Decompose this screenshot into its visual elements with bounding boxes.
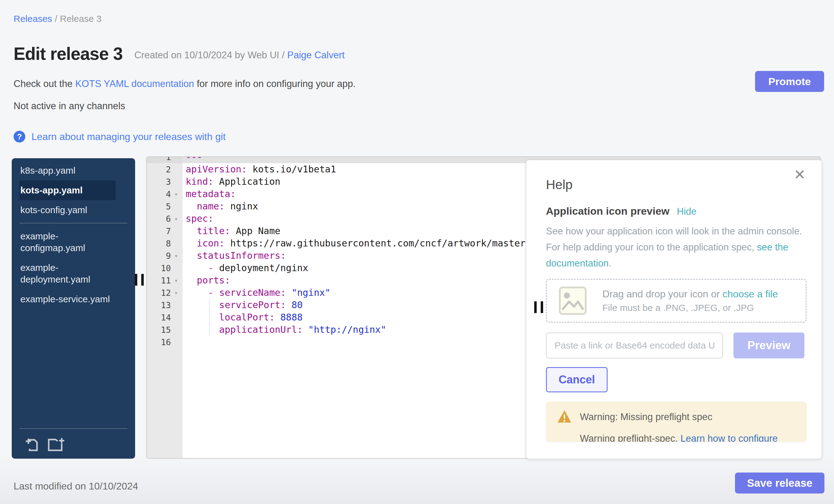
created-text: Created on 10/10/2024 by Web UI / Paige … <box>134 50 345 64</box>
help-panel-title: Help <box>546 177 805 192</box>
cancel-button[interactable]: Cancel <box>546 367 608 392</box>
help-panel: ✕ Help Application icon preview Hide See… <box>526 160 822 459</box>
warning-detail: Warning preflight-spec. Learn how to con… <box>580 433 807 442</box>
fold-arrow-icon[interactable]: ▾ <box>171 252 181 259</box>
sidebar-resize-handle[interactable] <box>135 274 144 286</box>
sidebar-bottom-divider <box>19 429 127 429</box>
choose-file-link[interactable]: choose a file <box>723 288 778 300</box>
sidebar-file-kots-config-yaml[interactable]: kots-config.yaml <box>19 200 116 220</box>
sidebar-file-k8s-app-yaml[interactable]: k8s-app.yaml <box>19 161 116 180</box>
created-author-link[interactable]: Paige Calvert <box>287 50 345 61</box>
gutter-line-2: 2 <box>147 163 182 176</box>
icon-preview-description: See how your application icon will look … <box>546 223 805 271</box>
sidebar-file-example-service-yaml[interactable]: example-service.yaml <box>19 289 116 309</box>
add-file-icon <box>25 448 40 453</box>
add-folder-button[interactable] <box>47 437 65 453</box>
image-placeholder-icon <box>558 286 587 315</box>
promote-button[interactable]: Promote <box>755 71 824 92</box>
gutter-line-13: 13 <box>147 299 182 311</box>
hide-link[interactable]: Hide <box>677 206 697 217</box>
gutter-line-11: 11▾ <box>147 274 182 287</box>
warning-title: Warning: Missing preflight spec <box>580 412 712 422</box>
title-row: Edit release 3 Created on 10/10/2024 by … <box>14 44 345 64</box>
learn-configure-link[interactable]: Learn how to configure <box>680 433 777 442</box>
preview-button[interactable]: Preview <box>733 332 805 358</box>
gutter-line-8: 8 <box>147 237 182 249</box>
file-sidebar: k8s-app.yamlkots-app.yamlkots-config.yam… <box>12 158 135 459</box>
gutter-line-7: 7 <box>147 225 182 237</box>
close-icon[interactable]: ✕ <box>794 168 806 182</box>
file-list-bottom: example-configmap.yamlexample-deployment… <box>12 226 135 309</box>
question-circle-icon: ? <box>14 131 25 143</box>
add-file-button[interactable] <box>25 437 40 453</box>
icon-preview-heading: Application icon preview <box>546 205 670 217</box>
gutter-line-12: 12▾ <box>147 287 182 299</box>
gutter-line-15: 15 <box>147 324 182 336</box>
page-title: Edit release 3 <box>14 44 123 64</box>
file-requirements: File must be a .PNG, .JPEG, or .JPG <box>602 303 778 313</box>
sidebar-file-example-configmap-yaml[interactable]: example-configmap.yaml <box>19 226 116 258</box>
sidebar-divider <box>19 223 127 223</box>
fold-arrow-icon[interactable]: ▾ <box>171 215 181 222</box>
git-help-row[interactable]: ? Learn about managing your releases wit… <box>14 131 226 143</box>
breadcrumb: Releases / Release 3 <box>14 14 102 24</box>
gutter-line-9: 9▾ <box>147 249 182 262</box>
breadcrumb-separator: / <box>52 14 60 24</box>
sidebar-bottom <box>12 425 135 459</box>
editor-gutter: 1234▾56▾789▾1011▾12▾13141516 <box>147 157 182 458</box>
created-prefix: Created on 10/10/2024 by Web UI / <box>134 50 287 61</box>
gutter-line-5: 5 <box>147 200 182 213</box>
breadcrumb-current: Release 3 <box>60 14 102 24</box>
save-release-button[interactable]: Save release <box>735 473 825 494</box>
breadcrumb-releases-link[interactable]: Releases <box>14 14 52 24</box>
add-folder-icon <box>47 448 65 453</box>
kots-docs-link[interactable]: KOTS YAML documentation <box>75 78 194 89</box>
gutter-line-10: 10 <box>147 262 182 274</box>
fold-arrow-icon[interactable]: ▾ <box>171 277 181 284</box>
gutter-line-14: 14 <box>147 311 182 324</box>
preflight-warning: Warning: Missing preflight spec Warning … <box>546 401 807 442</box>
channel-status: Not active in any channels <box>14 101 125 112</box>
gutter-line-4: 4▾ <box>147 188 182 200</box>
last-modified-text: Last modified on 10/10/2024 <box>14 481 138 492</box>
sidebar-file-example-deployment-yaml[interactable]: example-deployment.yaml <box>19 258 116 289</box>
icon-url-input[interactable] <box>546 332 723 358</box>
git-releases-link[interactable]: Learn about managing your releases with … <box>31 131 226 143</box>
fold-arrow-icon[interactable]: ▾ <box>171 191 181 197</box>
gutter-line-1: 1 <box>147 157 182 163</box>
warning-triangle-icon <box>557 410 572 424</box>
icon-dropzone[interactable]: Drag and drop your icon or choose a file… <box>546 279 807 323</box>
file-list-top: k8s-app.yamlkots-app.yamlkots-config.yam… <box>12 161 135 220</box>
help-panel-resize-handle[interactable] <box>534 301 543 313</box>
gutter-line-16: 16 <box>147 336 182 348</box>
gutter-line-6: 6▾ <box>147 213 182 225</box>
docs-pre: Check out the <box>14 78 75 89</box>
docs-line: Check out the KOTS YAML documentation fo… <box>14 78 356 89</box>
fold-arrow-icon[interactable]: ▾ <box>171 289 181 296</box>
dropzone-label: Drag and drop your icon or choose a file <box>602 288 778 300</box>
sidebar-file-kots-app-yaml[interactable]: kots-app.yaml <box>19 180 116 200</box>
gutter-line-3: 3 <box>147 176 182 188</box>
docs-post: for more info on configuring your app. <box>194 78 356 89</box>
